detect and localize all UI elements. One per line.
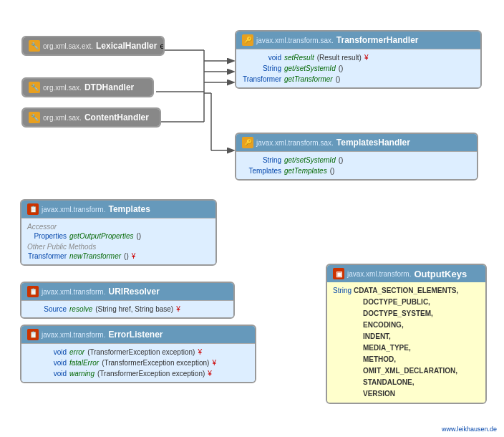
transformer-handler-body: void setResult (Result result) ¥ String … (236, 49, 480, 87)
method-row-getoutput: Properties getOutputProperties () (27, 231, 210, 241)
ext-badge: ext (160, 42, 165, 50)
other-methods-label: Other Public Methods (27, 243, 210, 251)
transformer-handler-icon: 🔑 (242, 34, 253, 46)
method-row-newtransformer: Transformer newTransformer () ¥ (27, 251, 210, 261)
output-keys-box: ▣ javax.xml.transform. OutputKeys String… (326, 264, 487, 404)
const-enc: ENCODING, (333, 320, 480, 331)
uri-resolver-header: 📋 javax.xml.transform. URIResolver (21, 283, 233, 301)
error-listener-classname: ErrorListener (108, 330, 163, 340)
transformer-handler-classname: TransformerHandler (336, 35, 419, 45)
error-listener-header: 📋 javax.xml.transform. ErrorListener (21, 326, 255, 344)
transformer-handler-header: 🔑 javax.xml.transform.sax. TransformerHa… (236, 32, 480, 49)
output-keys-icon: ▣ (333, 268, 344, 279)
method-row-fatalerror: void fatalError (TransformerException ex… (27, 357, 249, 368)
const-version: VERSION (333, 388, 480, 400)
output-keys-pkg: javax.xml.transform. (347, 270, 411, 278)
templates-handler-box: 🔑 javax.xml.transform.sax. TemplatesHand… (235, 133, 478, 181)
content-handler-classname: ContentHandler (84, 112, 149, 123)
const-mediatype: MEDIA_TYPE, (333, 342, 480, 354)
templates-box: 📋 javax.xml.transform. Templates Accesso… (20, 199, 217, 266)
dtd-handler-classname: DTDHandler (84, 82, 134, 92)
output-keys-header: ▣ javax.xml.transform. OutputKeys (327, 265, 485, 282)
method-row-gettemplates: Templates getTemplates () (242, 165, 471, 176)
const-method: METHOD, (333, 354, 480, 365)
dtd-handler-icon: 🔧 (29, 82, 40, 93)
dtd-handler-header: 🔧 org.xml.sax. DTDHandler (23, 79, 152, 96)
output-keys-classname: OutputKeys (414, 269, 467, 279)
method-row-resolve: Source resolve (String href, String base… (27, 304, 228, 314)
transformer-handler-box: 🔑 javax.xml.transform.sax. TransformerHa… (235, 30, 482, 89)
lexical-handler-header: 🔧 org.xml.sax.ext. LexicalHandler ext (23, 37, 163, 54)
templates-handler-header: 🔑 javax.xml.transform.sax. TemplatesHand… (236, 134, 477, 152)
lexical-handler-icon: 🔧 (29, 40, 40, 52)
accessor-label: Accessor (27, 223, 210, 231)
const-docpub: DOCTYPE_PUBLIC, (333, 297, 480, 308)
uri-resolver-classname: URIResolver (108, 287, 159, 297)
error-listener-body: void error (TransformerException excepti… (21, 344, 255, 382)
content-handler-pkg: org.xml.sax. (43, 114, 82, 122)
templates-handler-classname: TemplatesHandler (336, 138, 410, 148)
method-row-setresult: void setResult (Result result) ¥ (242, 52, 475, 63)
error-listener-icon: 📋 (27, 329, 39, 340)
method-row-gettransformer: Transformer getTransformer () (242, 74, 475, 85)
diagram-container: 🔧 org.xml.sax.ext. LexicalHandler ext 🔧 … (0, 0, 504, 437)
const-omit: OMIT_XML_DECLARATION, (333, 365, 480, 377)
dtd-handler-box: 🔧 org.xml.sax. DTDHandler (21, 77, 154, 97)
templates-header: 📋 javax.xml.transform. Templates (21, 201, 215, 218)
templates-handler-body: String get/setSystemId () Templates getT… (236, 152, 477, 179)
const-type-row: String CDATA_SECTION_ELEMENTS, (333, 285, 480, 297)
templates-icon: 📋 (27, 203, 39, 215)
content-handler-box: 🔧 org.xml.sax. ContentHandler (21, 107, 161, 128)
method-row-warning: void warning (TransformerException excep… (27, 368, 249, 379)
const-standalone: STANDALONE, (333, 377, 480, 388)
uri-resolver-icon: 📋 (27, 286, 39, 297)
templates-pkg: javax.xml.transform. (42, 206, 105, 213)
error-listener-pkg: javax.xml.transform. (42, 331, 105, 339)
templates-body: Accessor Properties getOutputProperties … (21, 218, 215, 264)
source-label: Source (27, 304, 67, 314)
templates-handler-icon: 🔑 (242, 137, 253, 148)
lexical-handler-pkg: org.xml.sax.ext. (43, 42, 93, 50)
method-row-systemid: String get/setSystemId () (242, 63, 475, 74)
error-listener-box: 📋 javax.xml.transform. ErrorListener voi… (20, 325, 256, 383)
method-row-error: void error (TransformerException excepti… (27, 347, 249, 357)
dtd-handler-pkg: org.xml.sax. (43, 84, 82, 92)
watermark: www.leikhausen.de (442, 426, 497, 433)
output-keys-body: String CDATA_SECTION_ELEMENTS, DOCTYPE_P… (327, 282, 485, 403)
content-handler-header: 🔧 org.xml.sax. ContentHandler (23, 109, 160, 126)
const-docsys: DOCTYPE_SYSTEM, (333, 308, 480, 320)
uri-resolver-pkg: javax.xml.transform. (42, 288, 105, 296)
uri-resolver-body: Source resolve (String href, String base… (21, 301, 233, 317)
content-handler-icon: 🔧 (29, 112, 40, 123)
lexical-handler-box: 🔧 org.xml.sax.ext. LexicalHandler ext (21, 36, 165, 56)
templates-handler-pkg: javax.xml.transform.sax. (256, 139, 334, 147)
templates-classname: Templates (108, 204, 150, 214)
transformer-handler-pkg: javax.xml.transform.sax. (256, 37, 334, 44)
method-row-th-systemid: String get/setSystemId () (242, 155, 471, 165)
uri-resolver-box: 📋 javax.xml.transform. URIResolver Sourc… (20, 282, 235, 319)
lexical-handler-classname: LexicalHandler (96, 41, 157, 51)
const-indent: INDENT, (333, 331, 480, 342)
